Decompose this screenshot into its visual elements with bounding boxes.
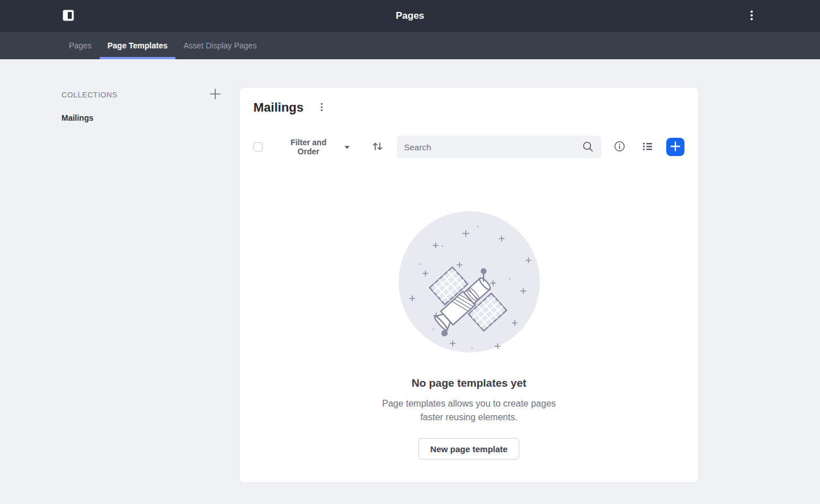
tab-page-templates[interactable]: Page Templates [100, 32, 176, 59]
plus-icon [208, 87, 222, 103]
empty-state: No page templates yet Page templates all… [240, 211, 698, 460]
filter-and-order-label: Filter and Order [279, 138, 338, 156]
caret-down-icon [344, 142, 350, 151]
satellite-illustration [398, 211, 540, 353]
sort-order-button[interactable] [371, 140, 384, 154]
search-input[interactable] [404, 142, 581, 152]
tab-asset-display-pages[interactable]: Asset Display Pages [175, 32, 264, 59]
collections-header: COLLECTIONS [62, 87, 222, 102]
tab-bar: Pages Page Templates Asset Display Pages [0, 32, 820, 59]
search-submit-button[interactable] [581, 141, 594, 153]
collection-menu-button[interactable] [315, 101, 329, 114]
new-page-template-plus-button[interactable] [666, 138, 684, 156]
empty-state-description-line1: Page templates allows you to create page… [240, 397, 698, 411]
tab-pages[interactable]: Pages [61, 32, 100, 59]
filter-and-order-button[interactable]: Filter and Order [279, 138, 350, 156]
empty-state-description-line2: faster reusing elements. [240, 411, 698, 424]
new-page-template-button[interactable]: New page template [419, 438, 520, 460]
info-button[interactable] [613, 140, 626, 154]
search-box [397, 136, 601, 158]
empty-state-title: No page templates yet [240, 377, 698, 390]
page-title: Pages [0, 0, 820, 32]
content-area: COLLECTIONS Mailings Mailings [0, 59, 820, 504]
collections-heading: COLLECTIONS [62, 91, 117, 99]
plus-icon [670, 141, 680, 153]
empty-state-description: Page templates allows you to create page… [240, 397, 698, 424]
sidebar-item-mailings[interactable]: Mailings [62, 113, 222, 122]
magnifier-icon [581, 140, 594, 154]
add-collection-button[interactable] [208, 88, 222, 101]
list-view-icon [641, 140, 654, 154]
select-all-checkbox[interactable] [253, 142, 263, 151]
info-circle-icon [613, 140, 626, 154]
card-title-row: Mailings [240, 88, 698, 115]
kebab-vertical-icon [316, 101, 327, 114]
collection-title: Mailings [253, 100, 304, 115]
kebab-vertical-icon [745, 9, 758, 24]
header-overflow-button[interactable] [745, 9, 758, 23]
management-toolbar: Filter and Order [253, 136, 684, 158]
page-templates-card: Mailings Filter and Order [239, 87, 699, 483]
collections-sidebar: COLLECTIONS Mailings [62, 87, 222, 122]
sort-arrows-icon [371, 140, 384, 155]
view-type-button[interactable] [641, 140, 655, 154]
app-header: Pages [0, 0, 820, 32]
